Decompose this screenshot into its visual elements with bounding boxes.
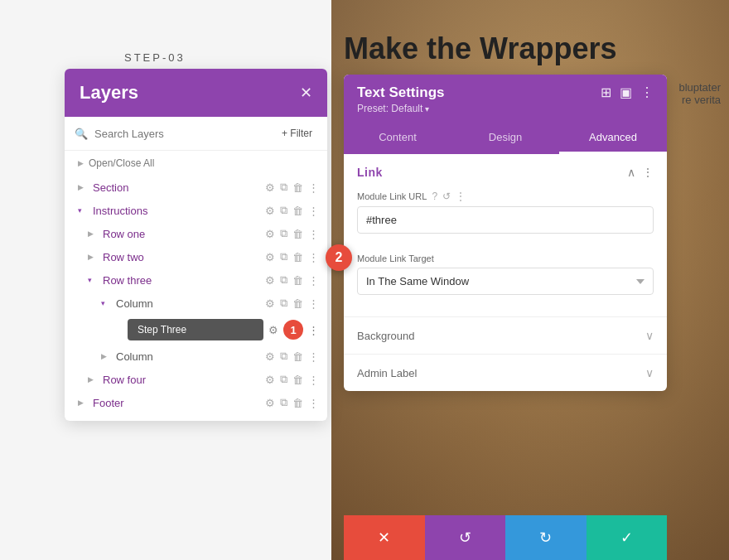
layer-item-instructions: ▾ Instructions ⚙ ⧉ 🗑 ⋮	[65, 199, 327, 222]
copy-icon[interactable]: ⧉	[280, 250, 287, 263]
copy-icon[interactable]: ⧉	[280, 297, 287, 310]
tab-content[interactable]: Content	[344, 123, 451, 154]
tab-advanced[interactable]: Advanced	[559, 123, 667, 154]
page-title: Make the Wrappers	[344, 31, 616, 66]
layer-name-row-four[interactable]: Row four	[103, 374, 265, 386]
layer-item-row-one: ▶ Row one ⚙ ⧉ 🗑 ⋮	[65, 222, 327, 245]
settings-icon[interactable]: ⚙	[265, 228, 275, 240]
settings-preset[interactable]: Preset: Default	[357, 103, 444, 114]
search-icon: 🔍	[75, 128, 88, 140]
reset-icon[interactable]: ↺	[442, 191, 451, 202]
bg-text: bluptater re verita	[678, 81, 721, 106]
settings-icon[interactable]: ⚙	[265, 297, 275, 310]
copy-icon[interactable]: ⧉	[280, 396, 287, 409]
tab-design[interactable]: Design	[451, 123, 559, 154]
background-section[interactable]: Background ∨	[344, 316, 667, 354]
settings-panel-title: Text Settings	[357, 84, 444, 101]
layer-name-column-2[interactable]: Column	[116, 350, 265, 363]
more-icon[interactable]: ⋮	[308, 251, 319, 263]
admin-label-collapse-icon[interactable]: ∨	[645, 366, 654, 379]
layer-name-row-three[interactable]: Row three	[103, 274, 265, 287]
more-icon[interactable]: ⋮	[308, 297, 319, 310]
layer-name-section[interactable]: Section	[93, 181, 265, 194]
help-icon[interactable]: ?	[432, 191, 437, 202]
layer-item-column-2: ▶ Column ⚙ ⧉ 🗑 ⋮	[65, 345, 327, 368]
expand-arrow[interactable]: ▾	[101, 299, 113, 307]
expand-arrow[interactable]: ▶	[101, 352, 113, 360]
settings-icon[interactable]: ⚙	[265, 350, 275, 363]
settings-icon[interactable]: ▣	[620, 84, 632, 100]
settings-icon[interactable]: ⚙	[265, 181, 275, 194]
undo-button[interactable]: ↺	[425, 515, 506, 560]
save-button[interactable]: ✓	[587, 515, 668, 560]
expand-arrow[interactable]: ▶	[88, 253, 99, 261]
copy-icon[interactable]: ⧉	[280, 227, 287, 240]
layer-name-instructions[interactable]: Instructions	[93, 205, 265, 217]
more-icon[interactable]: ⋮	[308, 228, 319, 240]
delete-icon[interactable]: 🗑	[292, 374, 303, 386]
delete-icon[interactable]: 🗑	[292, 297, 303, 310]
delete-icon[interactable]: 🗑	[292, 228, 303, 240]
more-icon[interactable]: ⋮	[308, 324, 319, 336]
search-input[interactable]	[94, 128, 270, 140]
copy-icon[interactable]: ⧉	[280, 204, 287, 217]
settings-icon[interactable]: ⚙	[268, 324, 278, 336]
more-icon[interactable]: ⋮	[308, 274, 319, 287]
layer-name-row-one[interactable]: Row one	[103, 228, 265, 240]
copy-icon[interactable]: ⧉	[280, 350, 287, 363]
field-more-icon[interactable]: ⋮	[456, 191, 466, 202]
resize-icon[interactable]: ⊞	[601, 84, 611, 100]
filter-button[interactable]: + Filter	[277, 125, 317, 142]
step-three-label[interactable]: Step Three	[128, 319, 263, 340]
collapse-icon[interactable]: ∧	[627, 166, 635, 179]
link-section-controls: ∧ ⋮	[627, 166, 654, 179]
layer-name-row-two[interactable]: Row two	[103, 251, 265, 263]
settings-icon[interactable]: ⚙	[265, 374, 275, 386]
layers-close-button[interactable]: ✕	[300, 84, 312, 102]
expand-arrow[interactable]: ▾	[78, 206, 89, 215]
open-close-all[interactable]: Open/Close All	[65, 151, 327, 176]
layer-actions-row-one: ⚙ ⧉ 🗑 ⋮	[265, 227, 319, 240]
expand-arrow[interactable]: ▶	[78, 398, 89, 407]
redo-button[interactable]: ↻	[505, 515, 587, 560]
more-options-icon[interactable]: ⋮	[640, 84, 654, 100]
cancel-icon: ✕	[378, 529, 390, 547]
background-collapse-icon[interactable]: ∨	[645, 329, 654, 342]
expand-arrow[interactable]: ▶	[88, 375, 99, 384]
delete-icon[interactable]: 🗑	[292, 350, 303, 363]
more-icon[interactable]: ⋮	[308, 205, 319, 217]
layer-item-section: ▶ Section ⚙ ⧉ 🗑 ⋮	[65, 176, 327, 199]
settings-icon[interactable]: ⚙	[265, 205, 275, 217]
delete-icon[interactable]: 🗑	[292, 181, 303, 194]
expand-arrow[interactable]: ▶	[88, 229, 99, 238]
settings-icon[interactable]: ⚙	[265, 397, 275, 409]
admin-label-section[interactable]: Admin Label ∨	[344, 354, 667, 391]
settings-icon[interactable]: ⚙	[265, 251, 275, 263]
layer-item-row-four: ▶ Row four ⚙ ⧉ 🗑 ⋮	[65, 368, 327, 391]
layer-item-row-two: ▶ Row two ⚙ ⧉ 🗑 ⋮	[65, 245, 327, 268]
delete-icon[interactable]: 🗑	[292, 397, 303, 409]
settings-icon[interactable]: ⚙	[265, 274, 275, 287]
section-more-icon[interactable]: ⋮	[642, 166, 654, 179]
copy-icon[interactable]: ⧉	[280, 181, 287, 194]
background-section-title: Background	[357, 330, 414, 342]
expand-arrow[interactable]: ▶	[78, 183, 89, 191]
copy-icon[interactable]: ⧉	[280, 273, 287, 287]
module-link-target-select[interactable]: In The Same Window In The New Window	[357, 268, 654, 295]
cancel-button[interactable]: ✕	[344, 515, 425, 560]
layer-actions-instructions: ⚙ ⧉ 🗑 ⋮	[265, 204, 319, 217]
more-icon[interactable]: ⋮	[308, 350, 319, 363]
expand-arrow[interactable]: ▾	[88, 276, 99, 284]
module-link-url-input[interactable]	[357, 206, 654, 234]
delete-icon[interactable]: 🗑	[292, 251, 303, 263]
layers-panel: Layers ✕ 🔍 + Filter Open/Close All ▶ Sec…	[65, 69, 327, 421]
layers-title: Layers	[80, 82, 138, 104]
layer-name-column-1[interactable]: Column	[116, 297, 265, 310]
delete-icon[interactable]: 🗑	[292, 274, 303, 287]
layer-name-footer[interactable]: Footer	[93, 397, 265, 409]
more-icon[interactable]: ⋮	[308, 374, 319, 386]
delete-icon[interactable]: 🗑	[292, 205, 303, 217]
more-icon[interactable]: ⋮	[308, 181, 319, 194]
more-icon[interactable]: ⋮	[308, 397, 319, 409]
copy-icon[interactable]: ⧉	[280, 373, 287, 386]
